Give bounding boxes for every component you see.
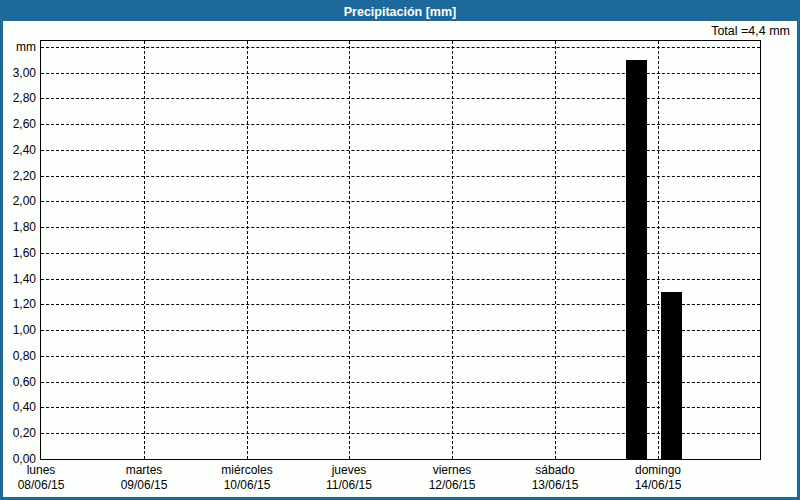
day-name: martes [99,463,189,478]
gridline-horizontal [41,98,760,99]
y-axis-unit-label: mm [3,41,36,53]
y-axis-tick-label: 3,00 [3,67,36,79]
y-axis-tick-label: 0,60 [3,376,36,388]
y-axis-tick-label: 2,80 [3,92,36,104]
day-name: viernes [407,463,497,478]
gridline-horizontal [41,304,760,305]
y-axis-tick-label: 2,20 [3,170,36,182]
gridline-vertical [555,41,556,459]
day-date: 13/06/15 [510,478,600,493]
y-axis-tick-label: 1,60 [3,247,36,259]
day-date: 08/06/15 [0,478,86,493]
gridline-horizontal [41,407,760,408]
x-axis-day-label: sábado13/06/15 [510,463,600,493]
y-axis-tick-label: 1,00 [3,324,36,336]
gridline-horizontal [41,201,760,202]
gridline-horizontal [41,279,760,280]
gridline-horizontal [41,73,760,74]
gridline-vertical [349,41,350,459]
day-date: 12/06/15 [407,478,497,493]
gridline-vertical [658,41,659,459]
gridline-vertical [144,41,145,459]
y-axis-tick-label: 2,60 [3,118,36,130]
total-label: Total =4,4 mm [711,24,790,38]
precipitation-bar [661,292,682,459]
precipitation-bar [626,60,647,459]
day-name: domingo [613,463,703,478]
day-date: 14/06/15 [613,478,703,493]
x-axis-day-label: miércoles10/06/15 [202,463,292,493]
gridline-vertical [452,41,453,459]
day-date: 10/06/15 [202,478,292,493]
day-name: jueves [304,463,394,478]
y-axis-tick-label: 0,80 [3,350,36,362]
day-name: sábado [510,463,600,478]
y-axis-tick-label: 1,80 [3,221,36,233]
y-axis-tick-label: 0,40 [3,401,36,413]
y-axis-tick-label: 0,20 [3,427,36,439]
chart-title-bar: Precipitación [mm] [3,3,797,21]
day-name: lunes [0,463,86,478]
y-axis-tick-label: 1,40 [3,273,36,285]
gridline-horizontal [41,382,760,383]
x-axis-day-label: viernes12/06/15 [407,463,497,493]
gridline-horizontal [41,433,760,434]
gridline-horizontal [41,253,760,254]
plot-area [40,40,761,460]
y-axis-tick-label: 2,00 [3,195,36,207]
gridline-horizontal [41,47,760,48]
day-date: 11/06/15 [304,478,394,493]
gridline-horizontal [41,330,760,331]
x-axis-day-label: lunes08/06/15 [0,463,86,493]
x-axis-day-label: domingo14/06/15 [613,463,703,493]
gridline-vertical [247,41,248,459]
y-axis-tick-label: 2,40 [3,144,36,156]
gridline-horizontal [41,356,760,357]
gridline-horizontal [41,124,760,125]
day-date: 09/06/15 [99,478,189,493]
x-axis-day-label: martes09/06/15 [99,463,189,493]
day-name: miércoles [202,463,292,478]
y-axis-tick-label: 1,20 [3,298,36,310]
x-axis-day-label: jueves11/06/15 [304,463,394,493]
gridline-horizontal [41,176,760,177]
gridline-horizontal [41,227,760,228]
chart-window: Precipitación [mm] Total =4,4 mm 0,000,2… [0,0,800,500]
gridline-horizontal [41,150,760,151]
chart-title: Precipitación [mm] [344,5,457,19]
